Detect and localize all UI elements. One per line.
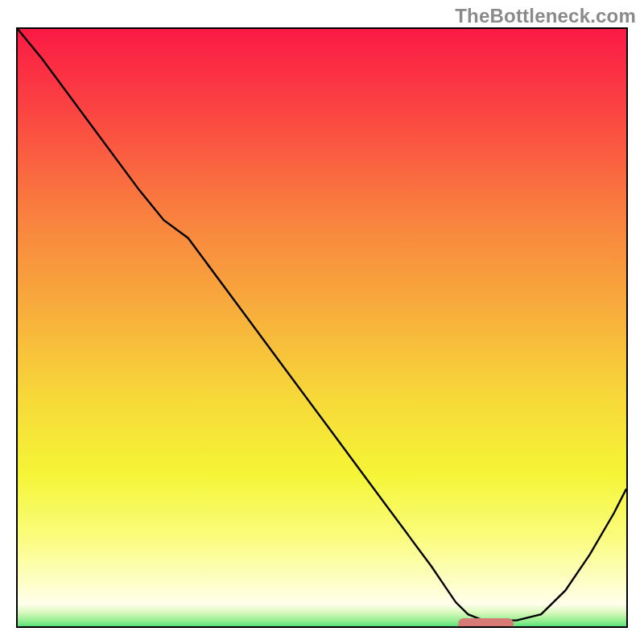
optimum-range-marker bbox=[458, 618, 513, 629]
bottleneck-curve bbox=[18, 29, 626, 626]
watermark-text: TheBottleneck.com bbox=[455, 5, 636, 27]
plot-frame bbox=[16, 27, 628, 628]
chart-container: TheBottleneck.com bbox=[0, 0, 644, 644]
